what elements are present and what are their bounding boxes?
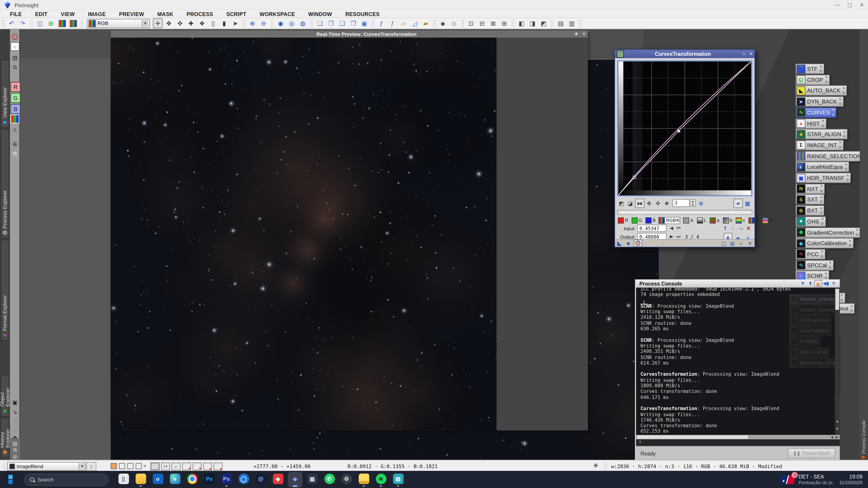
new-instance-handle[interactable]: N	[845, 163, 847, 166]
prev-point-icon[interactable]: ◀	[670, 226, 673, 231]
browse-documentation-icon[interactable]: ▤	[728, 240, 737, 246]
taskbar-app-pixinsight[interactable]: ◆	[288, 472, 302, 487]
spin-arrows[interactable]: ▲▼	[690, 199, 696, 207]
new-instance-handle[interactable]: N	[849, 239, 851, 242]
active-view-combo[interactable]: ImageBlend ▼	[7, 462, 86, 471]
close-button[interactable]: ✕	[856, 1, 868, 9]
screen-return-icon[interactable]: ↵	[172, 462, 180, 470]
taskbar-app-spotify[interactable]: ≋	[374, 472, 388, 487]
new-instance-handle[interactable]: N	[821, 250, 823, 253]
channel-s[interactable]: S	[762, 217, 773, 224]
target-icon[interactable]: ◎	[11, 452, 20, 460]
realtime-preview-toggle[interactable]	[634, 239, 642, 247]
grip[interactable]	[2, 19, 4, 27]
process-icon-crop[interactable]: ◱CROPND	[796, 74, 830, 85]
panel1-icon[interactable]: ◧	[517, 18, 526, 28]
new-window-icon[interactable]: ⊞	[46, 18, 56, 28]
channel-g[interactable]: G	[631, 217, 643, 224]
panel3-icon[interactable]: ◩	[539, 18, 549, 28]
channel-b[interactable]: B	[645, 217, 656, 224]
move-cross-icon[interactable]: ✥	[593, 462, 598, 468]
taskbar-app-photoshop-classic[interactable]: Ps	[202, 472, 217, 487]
navigator-icon[interactable]: ❖	[197, 18, 207, 28]
minimize-button[interactable]: —	[831, 1, 844, 9]
grip[interactable]	[461, 19, 464, 27]
snapshot-camera-icon[interactable]: ✇	[11, 139, 20, 148]
sidebar-tab-object-explorer[interactable]: Object Explorer■	[0, 375, 9, 417]
desktop-handle[interactable]: D	[832, 113, 835, 116]
taskbar-app-photoshop[interactable]: Ps	[219, 472, 234, 487]
menu-script[interactable]: SCRIPT	[220, 11, 253, 17]
workspace-swatch-2[interactable]	[119, 463, 125, 469]
undo-icon[interactable]: ↶	[6, 18, 17, 28]
grip[interactable]	[310, 19, 313, 27]
rollup-icon[interactable]: ⍐	[740, 51, 747, 57]
move-icon[interactable]: ✚	[186, 18, 196, 28]
grip[interactable]	[80, 19, 83, 27]
last-point-icon[interactable]: ⏭	[677, 234, 681, 239]
screen-transfer-icon[interactable]	[57, 18, 67, 28]
shrink-range-icon[interactable]: ✜	[654, 199, 662, 207]
new-instance-handle[interactable]: N	[820, 65, 822, 68]
pan-mode-icon[interactable]: ❖	[662, 199, 671, 207]
shrink-view-icon[interactable]: ✜	[175, 18, 185, 28]
menu-file[interactable]: FILE	[3, 11, 29, 17]
arrange-icon[interactable]: ❑	[337, 18, 347, 28]
arrow-left-icon[interactable]: ←	[11, 425, 20, 434]
grip[interactable]	[579, 19, 582, 27]
channel-b-icon[interactable]: B	[11, 104, 21, 114]
workspace-swatch-4[interactable]	[135, 463, 142, 469]
zoom-in-icon[interactable]: ⊕	[248, 18, 257, 28]
curve-plot[interactable]	[617, 60, 752, 196]
desktop-handle[interactable]: D	[843, 92, 845, 94]
console-log[interactable]: ICC profile embedded: "sRGB IEC61966-2.1…	[636, 288, 840, 435]
grip[interactable]	[30, 19, 33, 27]
desktop-handle[interactable]: D	[821, 222, 824, 225]
process-icon-gradientcorrection[interactable]: ✥GradientCorrectionND	[796, 227, 861, 238]
desktop-handle[interactable]: D	[825, 80, 828, 84]
taskbar-app-file-explorer[interactable]	[133, 472, 148, 487]
first-point-icon[interactable]: ⏮	[677, 225, 681, 231]
taskbar-app-ring-app[interactable]: ◯	[237, 472, 251, 487]
process-icon-auto_back[interactable]: ◣AUTO_BACKND	[796, 86, 847, 96]
menu-preview[interactable]: PREVIEW	[112, 11, 151, 17]
process-icon-bxt[interactable]: BBXTND	[796, 205, 825, 216]
sidebar-tab-format-explorer[interactable]: Format Explorer●	[0, 239, 9, 341]
channel-c[interactable]: c	[735, 217, 746, 224]
edit-instance-icon[interactable]: ▢	[719, 240, 728, 246]
list-icon[interactable]: ▤	[556, 18, 566, 28]
dither-frame-icon[interactable]: ▨	[11, 53, 20, 62]
new-instance-icon[interactable]: ◣	[615, 239, 624, 247]
script-editor-icon[interactable]: ƒ	[376, 18, 386, 28]
mlb-widget-icon[interactable]: 3	[781, 475, 795, 484]
desktop-handle[interactable]: D	[850, 310, 853, 313]
channel-h[interactable]: H	[748, 217, 759, 224]
pin-console-icon[interactable]: ▣	[814, 280, 822, 287]
channel-b[interactable]: b	[722, 217, 733, 224]
channel-r[interactable]: R	[617, 217, 629, 224]
grip[interactable]	[243, 19, 245, 27]
taskbar-app-notes-app[interactable]: ▤	[391, 472, 405, 487]
desktop-handle[interactable]: D	[820, 70, 822, 73]
taskbar-app-notepad[interactable]: ▯	[116, 472, 131, 487]
channel-a[interactable]: A	[683, 217, 694, 224]
new-instance-handle[interactable]: N	[832, 109, 835, 111]
scroll-right-icon[interactable]: ▶	[835, 435, 838, 439]
process-icon-curves[interactable]: ∿CURVESND	[796, 107, 837, 118]
screen3-icon[interactable]: ⊠	[488, 18, 498, 28]
scroll-down-icon[interactable]: ▼	[835, 427, 840, 431]
folder-open-icon[interactable]: ▱	[399, 18, 408, 28]
scroll-thumb[interactable]	[835, 289, 839, 310]
zoom-fit-icon[interactable]: ◎	[287, 18, 297, 28]
windows-icon[interactable]: ⧉	[11, 149, 20, 158]
grid-toggle-icon[interactable]: ▦	[743, 199, 752, 207]
new-instance-handle[interactable]: N	[822, 120, 824, 123]
smooth-interpolation-icon[interactable]: ☙	[734, 198, 743, 208]
layers-icon[interactable]: ⧉	[11, 63, 20, 72]
screen2-icon[interactable]: ⊟	[477, 18, 487, 28]
scroll-thumb[interactable]	[637, 435, 748, 439]
screen4-icon[interactable]: ⊞	[499, 18, 509, 28]
delete-point-icon[interactable]: ✕	[745, 225, 752, 231]
taskbar-app-galaxy-app[interactable]: @	[254, 472, 268, 487]
desktop-handle[interactable]: D	[820, 190, 823, 193]
